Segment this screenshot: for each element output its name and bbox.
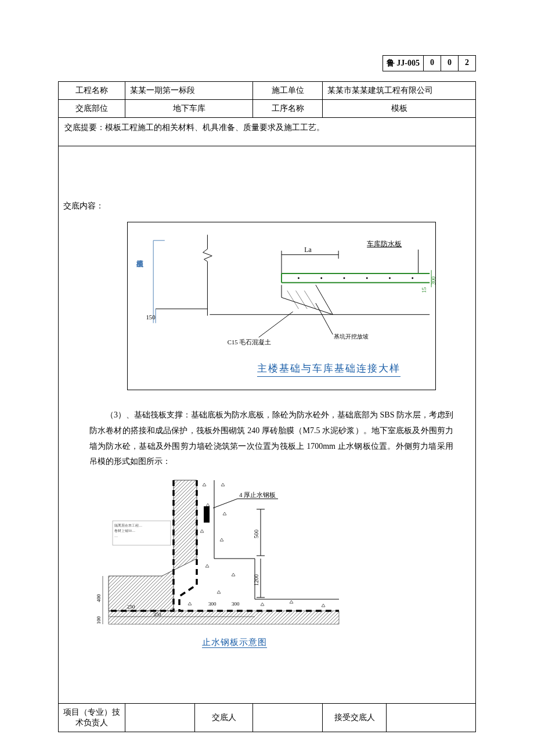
- fig2-d250: 250: [127, 604, 135, 610]
- fig1-dim150r: 15: [421, 287, 427, 293]
- footer-sign3: [387, 704, 476, 732]
- svg-point-14: [366, 278, 368, 279]
- doc-code-c1: 0: [424, 55, 441, 71]
- svg-point-15: [389, 278, 391, 279]
- fig1-caption: 主楼基础与车库基础连接大样: [257, 362, 400, 377]
- svg-point-12: [320, 278, 322, 279]
- doc-code-c3: 2: [459, 55, 476, 71]
- svg-line-23: [296, 291, 308, 309]
- para-3: （3）、基础筏板支撑：基础底板为防水底板，除砼为防水砼外，基础底部为 SBS 防…: [63, 408, 471, 469]
- fig2-svg: 4 厚止水钢板 500 1200 250 350 300 300: [86, 474, 342, 637]
- footer-sign1: [125, 704, 195, 732]
- doc-code-label: 鲁 JJ-005: [383, 55, 424, 71]
- fig1-La: La: [304, 246, 312, 254]
- fig1-dim300: 300: [430, 276, 435, 285]
- footer-f2: 交底人: [195, 704, 253, 732]
- svg-text:…: …: [114, 534, 118, 538]
- part-value: 地下车库: [125, 100, 253, 118]
- summary-row: 交底提要：模板工程施工的相关材料、机具准备、质量要求及施工工艺。: [59, 118, 476, 146]
- fig2-d300b: 300: [232, 601, 240, 607]
- footer-row: 项目（专业）技术负责人 交底人 接受交底人: [59, 704, 476, 732]
- svg-point-13: [343, 278, 345, 279]
- footer-f3: 接受交底人: [323, 704, 387, 732]
- process-label: 工序名称: [253, 100, 323, 118]
- svg-line-25: [259, 312, 293, 337]
- svg-text:卷材上铺50…: 卷材上铺50…: [114, 529, 135, 532]
- doc-code-block: 鲁 JJ-005 0 0 2: [383, 55, 476, 71]
- fig1-dim150: 150: [146, 314, 155, 321]
- process-value: 模板: [323, 100, 476, 118]
- proj-name-label: 工程名称: [59, 82, 125, 100]
- summary-cell: 交底提要：模板工程施工的相关材料、机具准备、质量要求及施工工艺。: [59, 118, 476, 146]
- fig2-d400: 400: [96, 594, 102, 602]
- content-row: 交底内容： 主楼模板底筋 150: [59, 146, 476, 704]
- figure-1: 主楼模板底筋 150 La: [127, 222, 436, 390]
- fig2-d100: 100: [96, 616, 102, 624]
- svg-line-21: [316, 285, 333, 315]
- svg-rect-31: [204, 506, 210, 523]
- header-row-2: 交底部位 地下车库 工序名称 模板: [59, 100, 476, 118]
- fig2-d300a: 300: [208, 601, 217, 607]
- footer-sign2: [253, 704, 323, 732]
- content-cell: 交底内容： 主楼模板底筋 150: [59, 146, 476, 704]
- svg-line-24: [304, 291, 316, 309]
- header-row-1: 工程名称 某某一期第一标段 施工单位 某某市某某建筑工程有限公司: [59, 82, 476, 100]
- fig2-caption: 止水钢板示意图: [202, 638, 267, 648]
- summary-text: 模板工程施工的相关材料、机具准备、质量要求及施工工艺。: [105, 123, 324, 132]
- summary-label: 交底提要：: [64, 123, 105, 132]
- proj-name-value: 某某一期第一标段: [125, 82, 253, 100]
- fig1-wpboard-label: 车库防水板: [367, 240, 402, 248]
- fig2-steelplate-label: 4 厚止水钢板: [239, 491, 276, 498]
- svg-line-20: [282, 298, 333, 315]
- svg-point-11: [298, 278, 300, 279]
- main-table: 工程名称 某某一期第一标段 施工单位 某某市某某建筑工程有限公司 交底部位 地下…: [58, 81, 476, 732]
- svg-line-32: [213, 499, 237, 508]
- doc-code-c2: 0: [441, 55, 459, 71]
- footer-f1: 项目（专业）技术负责人: [59, 704, 125, 732]
- constructor-label: 施工单位: [253, 82, 323, 100]
- fig2-d500: 500: [253, 530, 259, 538]
- content-label: 交底内容：: [63, 201, 471, 211]
- svg-text:隔离层在本工程…: 隔离层在本工程…: [114, 523, 142, 527]
- fig1-c15: C15 毛石混凝土: [228, 339, 272, 345]
- svg-line-26: [316, 303, 333, 334]
- figure-2: 4 厚止水钢板 500 1200 250 350 300 300: [86, 474, 342, 649]
- constructor-value: 某某市某某建筑工程有限公司: [323, 82, 476, 100]
- svg-point-16: [412, 278, 413, 279]
- fig1-slope-note: 基坑开挖放坡: [334, 333, 369, 340]
- para-lead: （3）、基础筏板支撑：: [106, 411, 191, 419]
- fig2-d1200: 1200: [253, 574, 259, 586]
- fig2-d350: 350: [153, 611, 161, 617]
- part-label: 交底部位: [59, 100, 125, 118]
